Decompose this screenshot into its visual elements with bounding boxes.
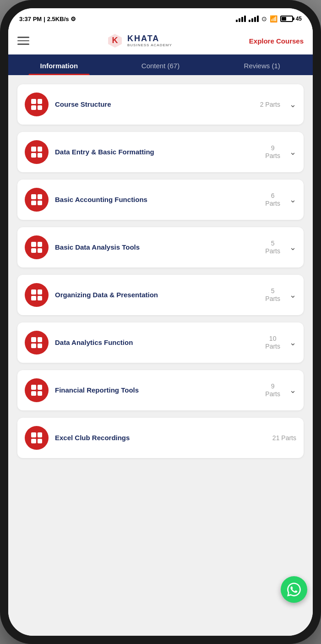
- course-info-05: Organizing Data & Presentation: [55, 290, 259, 300]
- course-card-08[interactable]: Excel Club Recordings 21 Parts: [17, 418, 304, 458]
- course-card-03[interactable]: Basic Accounting Functions 6 Parts ⌄: [17, 180, 304, 220]
- content-area: Course Structure 2 Parts ⌄ Data Entry & …: [8, 75, 313, 636]
- course-parts-05-num: 5: [271, 287, 275, 295]
- grid-icon: [31, 242, 42, 253]
- battery-icon: [280, 16, 293, 22]
- course-parts-05-label: Parts: [265, 295, 280, 302]
- chevron-icon-03: ⌄: [289, 195, 296, 205]
- course-icon-03: [25, 188, 49, 212]
- whatsapp-icon: [286, 582, 302, 597]
- battery-percentage: 45: [296, 16, 302, 22]
- course-parts-06-num: 10: [269, 335, 277, 342]
- course-parts-06-label: Parts: [265, 343, 280, 350]
- course-card-02[interactable]: Data Entry & Basic Formatting 9 Parts ⌄: [17, 132, 304, 172]
- course-title-08: Excel Club Recordings: [55, 434, 130, 442]
- tab-content[interactable]: Content (67): [110, 55, 212, 75]
- course-parts-02-num: 9: [271, 144, 275, 152]
- course-card-05[interactable]: Organizing Data & Presentation 5 Parts ⌄: [17, 275, 304, 315]
- grid-icon: [31, 385, 42, 396]
- course-title-07: Financial Reporting Tools: [55, 386, 139, 394]
- course-parts-06: 10 Parts: [265, 335, 280, 350]
- grid-icon: [31, 99, 42, 110]
- wifi-icon: ⊙: [261, 15, 267, 22]
- course-parts-04-num: 5: [271, 240, 275, 247]
- course-icon-04: [25, 235, 49, 259]
- course-parts-07-num: 9: [271, 382, 275, 390]
- course-card-01[interactable]: Course Structure 2 Parts ⌄: [17, 84, 304, 125]
- whatsapp-button[interactable]: [281, 576, 307, 603]
- grid-icon: [31, 337, 42, 348]
- course-parts-04-label: Parts: [265, 247, 280, 255]
- course-card-07[interactable]: Financial Reporting Tools 9 Parts ⌄: [17, 370, 304, 410]
- course-parts-03-label: Parts: [265, 200, 280, 207]
- course-info-08: Excel Club Recordings: [55, 433, 266, 442]
- course-icon-07: [25, 378, 49, 402]
- course-parts-07-label: Parts: [265, 390, 280, 398]
- status-bar: 3:37 PM | 2.5KB/s ⚙ ⊙: [8, 8, 313, 27]
- course-title-05: Organizing Data & Presentation: [55, 291, 158, 299]
- grid-icon: [31, 147, 42, 158]
- tab-content-label: Content (67): [141, 62, 180, 70]
- course-card-06[interactable]: Data Analytics Function 10 Parts ⌄: [17, 322, 304, 363]
- course-parts-02: 9 Parts: [265, 144, 280, 160]
- course-title-03: Basic Accounting Functions: [55, 196, 147, 203]
- course-parts-08: 21 Parts: [272, 434, 296, 442]
- course-info-03: Basic Accounting Functions: [55, 195, 259, 204]
- course-info-06: Data Analytics Function: [55, 338, 259, 347]
- course-info-01: Course Structure: [55, 100, 254, 109]
- tab-reviews[interactable]: Reviews (1): [211, 55, 313, 75]
- course-info-04: Basic Data Analysis Tools: [55, 243, 259, 252]
- logo: K KHATA BUSINESS ACADEMY: [106, 32, 172, 49]
- course-parts-02-label: Parts: [265, 152, 280, 159]
- course-card-04[interactable]: Basic Data Analysis Tools 5 Parts ⌄: [17, 227, 304, 267]
- logo-icon: K: [106, 32, 124, 49]
- course-parts-07: 9 Parts: [265, 382, 280, 398]
- chevron-icon-05: ⌄: [289, 290, 296, 300]
- time-display: 3:37 PM: [19, 16, 42, 22]
- network-speed: 2.5KB/s: [47, 16, 69, 22]
- chevron-icon-02: ⌄: [289, 147, 296, 157]
- course-title-06: Data Analytics Function: [55, 338, 133, 346]
- phone-screen: 3:37 PM | 2.5KB/s ⚙ ⊙: [8, 8, 313, 636]
- logo-subtitle: BUSINESS ACADEMY: [127, 44, 172, 48]
- battery-fill: [282, 17, 286, 21]
- status-icons: ⊙ 📶 45: [236, 15, 302, 22]
- course-parts-03: 6 Parts: [265, 192, 280, 207]
- separator: |: [44, 16, 45, 22]
- course-info-07: Financial Reporting Tools: [55, 386, 259, 395]
- grid-icon: [31, 194, 42, 205]
- tab-information[interactable]: Information: [8, 55, 110, 75]
- course-parts-04: 5 Parts: [265, 240, 280, 255]
- course-parts-01: 2 Parts: [260, 101, 280, 109]
- status-time: 3:37 PM | 2.5KB/s ⚙: [19, 16, 76, 22]
- logo-name: KHATA: [127, 34, 172, 44]
- course-title-02: Data Entry & Basic Formatting: [55, 148, 154, 156]
- course-icon-05: [25, 283, 49, 307]
- grid-icon: [31, 289, 42, 300]
- course-parts-03-num: 6: [271, 192, 275, 199]
- tabs-bar: Information Content (67) Reviews (1): [8, 55, 313, 75]
- tab-reviews-label: Reviews (1): [244, 62, 280, 70]
- tab-information-label: Information: [40, 62, 78, 70]
- course-icon-02: [25, 140, 49, 164]
- top-nav: K KHATA BUSINESS ACADEMY Explore Courses: [8, 27, 313, 55]
- course-icon-06: [25, 331, 49, 355]
- explore-courses-link[interactable]: Explore Courses: [249, 37, 304, 45]
- course-title-01: Course Structure: [55, 100, 111, 108]
- course-title-04: Basic Data Analysis Tools: [55, 243, 140, 251]
- menu-button[interactable]: [17, 37, 29, 45]
- phone-frame: 3:37 PM | 2.5KB/s ⚙ ⊙: [0, 0, 321, 644]
- chevron-icon-06: ⌄: [289, 338, 296, 348]
- course-info-02: Data Entry & Basic Formatting: [55, 147, 259, 157]
- chevron-icon-07: ⌄: [289, 385, 296, 395]
- svg-text:K: K: [112, 36, 118, 45]
- signal-icon: [236, 16, 246, 22]
- logo-text: KHATA BUSINESS ACADEMY: [127, 34, 172, 48]
- wifi-signal-icon: 📶: [270, 15, 277, 22]
- course-parts-05: 5 Parts: [265, 287, 280, 303]
- settings-icon: ⚙: [71, 16, 76, 22]
- grid-icon: [31, 432, 42, 443]
- chevron-icon-01: ⌄: [289, 99, 296, 109]
- signal-icon-2: [249, 16, 259, 22]
- course-icon-08: [25, 426, 49, 450]
